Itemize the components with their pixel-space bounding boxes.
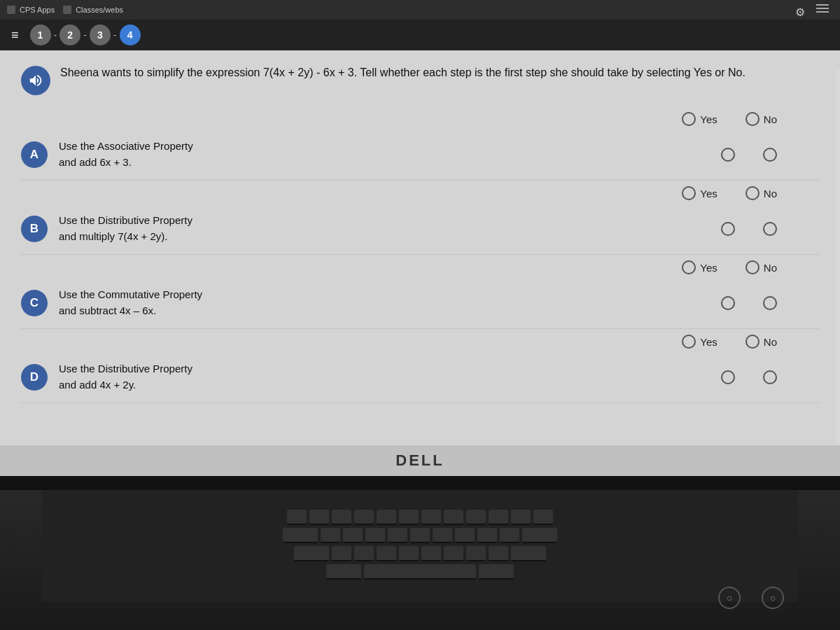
menu-line-2: [816, 8, 829, 9]
laptop-keyboard: [42, 490, 798, 602]
option-circle-A: A: [21, 141, 48, 168]
browser-tab-1[interactable]: CPS Apps: [7, 6, 55, 14]
step-sep-2: -: [83, 29, 87, 41]
bottom-icon-2[interactable]: ○: [762, 587, 784, 609]
radio-group-D: [721, 370, 777, 384]
question-header: Sheena wants to simplify the expression …: [21, 64, 819, 95]
yes-radio-A[interactable]: [721, 148, 735, 162]
option-text-D: Use the Distributive Property and add 4x…: [59, 361, 721, 393]
speaker-icon[interactable]: [21, 66, 50, 95]
no-radio-outer-A: [763, 148, 777, 162]
key: [500, 528, 519, 543]
tab-label-2: Classes/webs: [76, 6, 123, 14]
radio-group-C: [721, 296, 777, 310]
browser-bar: CPS Apps Classes/webs: [0, 0, 840, 20]
no-radio-outer-C: [763, 296, 777, 310]
step-indicators: 1 - 2 - 3 - 4: [30, 24, 141, 46]
settings-icon[interactable]: ⚙: [795, 6, 805, 19]
radio-group-A: [721, 148, 777, 162]
key: [354, 546, 374, 561]
yes-header-B: Yes: [682, 186, 717, 200]
option-text-A: Use the Associative Property and add 6x …: [59, 139, 721, 170]
step-bar: ≡ 1 - 2 - 3 - 4 ⚙: [0, 20, 840, 50]
no-radio-display-A: [746, 112, 760, 126]
main-content: Sheena wants to simplify the expression …: [0, 50, 840, 476]
tab-icon-1: [7, 6, 15, 14]
key: [343, 528, 363, 543]
no-radio-A[interactable]: [763, 148, 777, 162]
key-row-1: [80, 510, 760, 525]
yes-radio-outer-B: [721, 222, 735, 236]
key-row-2: [80, 528, 760, 543]
tab-icon-2: [63, 6, 71, 14]
key: [321, 528, 340, 543]
step-sep-1: -: [54, 29, 57, 41]
step-1[interactable]: 1: [30, 24, 51, 46]
answer-row-B: B Use the Distributive Property and mult…: [21, 203, 819, 255]
speaker-svg: [28, 73, 43, 88]
answer-row-A: A Use the Associative Property and add 6…: [21, 129, 819, 181]
key: [511, 510, 531, 525]
key: [410, 528, 430, 543]
keyboard-rows: [80, 510, 760, 582]
key: [287, 510, 307, 525]
dell-branding: DELL: [0, 445, 840, 476]
no-radio-display-D: [746, 335, 760, 349]
dell-logo: DELL: [396, 451, 444, 470]
yes-radio-display-A: [682, 112, 696, 126]
key: [533, 510, 553, 525]
key: [444, 510, 463, 525]
step-3[interactable]: 3: [90, 24, 111, 46]
no-radio-display-C: [746, 260, 760, 274]
no-header-D: No: [746, 335, 777, 349]
answer-section: Yes No A Use the Associative Property an…: [21, 112, 819, 403]
key: [421, 510, 441, 525]
spacebar-key[interactable]: [364, 564, 476, 580]
key: [511, 546, 546, 561]
question-text: Sheena wants to simplify the expression …: [60, 64, 746, 81]
yes-radio-outer-D: [721, 370, 735, 384]
no-radio-display-B: [746, 186, 760, 200]
key-row-3: [80, 546, 760, 561]
screen-glare: [834, 70, 840, 445]
key: [377, 510, 396, 525]
yes-header-C: Yes: [682, 260, 717, 274]
radio-group-B: [721, 222, 777, 236]
bottom-icons: ○ ○: [718, 587, 784, 609]
key: [455, 528, 475, 543]
option-text-C: Use the Commutative Property and subtrac…: [59, 287, 721, 318]
key: [326, 564, 361, 580]
yes-radio-C[interactable]: [721, 296, 735, 310]
key: [399, 546, 419, 561]
key: [332, 546, 351, 561]
yes-radio-outer-A: [721, 148, 735, 162]
key: [332, 510, 351, 525]
option-circle-B: B: [21, 216, 48, 242]
no-radio-C[interactable]: [763, 296, 777, 310]
menu-line-1: [816, 4, 829, 6]
hamburger-icon[interactable]: ≡: [11, 28, 19, 43]
yes-radio-D[interactable]: [721, 370, 735, 384]
menu-line-3: [816, 11, 829, 13]
key: [388, 528, 407, 543]
tab-label-1: CPS Apps: [20, 6, 55, 14]
no-header-C: No: [746, 260, 777, 274]
browser-tab-2[interactable]: Classes/webs: [63, 6, 123, 14]
step-4[interactable]: 4: [120, 24, 141, 46]
bottom-icon-1[interactable]: ○: [718, 587, 741, 609]
answer-row-D: D Use the Distributive Property and add …: [21, 351, 819, 403]
key: [421, 546, 441, 561]
key: [479, 564, 514, 580]
no-radio-D[interactable]: [763, 370, 777, 384]
key: [522, 528, 557, 543]
key: [283, 528, 318, 543]
key: [399, 510, 419, 525]
yes-radio-B[interactable]: [721, 222, 735, 236]
yes-radio-display-C: [682, 260, 696, 274]
yes-radio-outer-C: [721, 296, 735, 310]
menu-lines-icon[interactable]: [816, 4, 829, 13]
no-radio-B[interactable]: [763, 222, 777, 236]
step-2[interactable]: 2: [59, 24, 80, 46]
key: [489, 510, 508, 525]
option-text-B: Use the Distributive Property and multip…: [59, 213, 721, 244]
